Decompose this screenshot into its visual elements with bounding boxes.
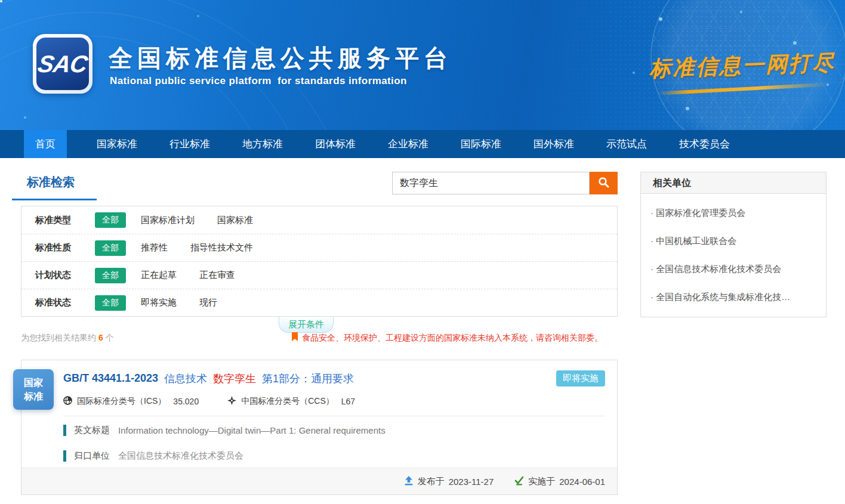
standard-title-part2[interactable]: 第1部分：通用要求 (262, 372, 354, 386)
related-unit-link[interactable]: 中国机械工业联合会 (641, 227, 826, 255)
card-footer: 发布于 2023-11-27 实施于 2024-06-01 (21, 468, 617, 494)
main-nav: 首页 国家标准 行业标准 地方标准 团体标准 企业标准 国际标准 国外标准 示范… (0, 130, 845, 158)
dept-label: 归口单位 (74, 450, 110, 462)
filter-box: 标准类型 全部 国家标准计划 国家标准 标准性质 全部 推荐性 指导性技术文件 … (21, 206, 618, 317)
filter-all-button[interactable]: 全部 (95, 295, 126, 311)
ccs-value: L67 (341, 397, 355, 406)
divider (63, 416, 605, 416)
filter-option[interactable]: 现行 (199, 297, 217, 308)
filter-option[interactable]: 指导性技术文件 (190, 242, 253, 253)
nav-item-enterprise-standards[interactable]: 企业标准 (374, 130, 443, 158)
implement-date-group: 实施于 2024-06-01 (514, 476, 605, 487)
related-unit-link[interactable]: 全国信息技术标准化技术委员会 (641, 255, 826, 283)
standard-code-link[interactable]: GB/T 43441.1-2023 (63, 372, 158, 385)
compass-icon (227, 396, 241, 407)
filter-option[interactable]: 即将实施 (141, 297, 177, 308)
ccs-label: 中国标准分类号（CCS） (241, 396, 334, 407)
nav-item-technical-committee[interactable]: 技术委员会 (665, 130, 744, 158)
globe-icon (63, 396, 77, 407)
english-title-row: 英文标题 Information technology—Digital twin… (63, 425, 605, 436)
badge-line2: 标准 (13, 389, 54, 403)
ics-group: 国际标准分类号（ICS） 35.020 (63, 396, 199, 407)
bookmark-icon (291, 332, 302, 344)
search-input[interactable] (392, 172, 590, 194)
nav-item-industry-standards[interactable]: 行业标准 (155, 130, 224, 158)
filter-option[interactable]: 正在起草 (141, 270, 177, 281)
results-count-prefix: 为您找到相关结果约 (21, 333, 96, 342)
standard-title-highlight[interactable]: 数字孪生 (213, 372, 256, 386)
related-units-list: 国家标准化管理委员会 中国机械工业联合会 全国信息技术标准化技术委员会 全国自动… (641, 194, 826, 311)
related-unit-link[interactable]: 全国自动化系统与集成标准化技… (641, 283, 826, 311)
filter-option[interactable]: 国家标准 (217, 215, 253, 226)
national-standard-badge[interactable]: 国家 标准 (13, 369, 54, 410)
nav-item-group-standards[interactable]: 团体标准 (301, 130, 370, 158)
standard-title-part1[interactable]: 信息技术 (164, 372, 207, 386)
english-title-value: Information technology—Digital twin—Part… (118, 425, 386, 435)
filter-row-standard-nature: 标准性质 全部 推荐性 指导性技术文件 (21, 234, 617, 261)
notice-text: 食品安全、环境保护、工程建设方面的国家标准未纳入本系统，请咨询相关部委。 (302, 333, 603, 344)
glow-dots-decoration (0, 0, 2, 2)
implement-date: 2024-06-01 (559, 477, 605, 487)
english-title-label: 英文标题 (74, 425, 110, 436)
publish-label: 发布于 (418, 476, 445, 487)
sac-logo-text: SAC (36, 51, 89, 78)
related-unit-link[interactable]: 国家标准化管理委员会 (641, 199, 826, 227)
classification-row: 国际标准分类号（ICS） 35.020 中国标准分类号（CCS） L67 (63, 396, 605, 407)
nav-item-local-standards[interactable]: 地方标准 (228, 130, 297, 158)
magnifier-icon (598, 177, 610, 190)
related-units-title: 相关单位 (641, 172, 826, 194)
results-count-number: 6 (98, 333, 103, 342)
expand-conditions-button[interactable]: 展开条件 (279, 317, 334, 333)
nav-item-international-standards[interactable]: 国际标准 (446, 130, 516, 158)
nav-item-foreign-standards[interactable]: 国外标准 (519, 130, 588, 158)
teal-bar (63, 425, 66, 436)
results-count-text: 为您找到相关结果约6个 (21, 333, 114, 344)
check-icon (514, 476, 528, 487)
ics-value: 35.020 (173, 397, 199, 406)
upload-icon (404, 476, 418, 487)
dept-row: 归口单位 全国信息技术标准化技术委员会 (63, 450, 605, 462)
status-badge: 即将实施 (556, 370, 605, 386)
filter-all-button[interactable]: 全部 (95, 240, 126, 256)
site-title: 全国标准信息公共服务平台 (109, 42, 452, 75)
nav-item-pilot[interactable]: 示范试点 (592, 130, 661, 158)
publish-date: 2023-11-27 (449, 477, 494, 487)
page: SAC 全国标准信息公共服务平台 National public service… (0, 0, 845, 504)
nav-item-home[interactable]: 首页 (24, 130, 67, 158)
result-card: 国家 标准 GB/T 43441.1-2023 信息技术 数字孪生 第1部分：通… (21, 360, 618, 495)
implement-label: 实施于 (528, 476, 555, 487)
publish-date-group: 发布于 2023-11-27 (404, 476, 494, 487)
filter-label: 标准类型 (35, 215, 95, 226)
results-count-suffix: 个 (106, 333, 114, 342)
filter-row-plan-status: 计划状态 全部 正在起草 正在审查 (21, 261, 617, 289)
nav-item-national-standards[interactable]: 国家标准 (82, 130, 152, 158)
sac-logo-inner: SAC (36, 38, 89, 90)
sac-logo[interactable]: SAC (33, 34, 92, 94)
result-title-row: GB/T 43441.1-2023 信息技术 数字孪生 第1部分：通用要求 即将… (63, 370, 605, 386)
section-title-standard-search: 标准检索 (12, 169, 97, 200)
teal-bar (63, 450, 66, 462)
header-banner: SAC 全国标准信息公共服务平台 National public service… (0, 0, 845, 130)
badge-line1: 国家 (13, 376, 54, 389)
dept-value[interactable]: 全国信息技术标准化技术委员会 (118, 450, 243, 462)
ics-label: 国际标准分类号（ICS） (77, 396, 166, 407)
filter-label: 计划状态 (35, 270, 95, 281)
filter-label: 标准性质 (35, 242, 95, 253)
related-units-panel: 相关单位 国家标准化管理委员会 中国机械工业联合会 全国信息技术标准化技术委员会… (640, 172, 827, 317)
filter-all-button[interactable]: 全部 (95, 212, 126, 228)
filter-row-standard-status: 标准状态 全部 即将实施 现行 (21, 289, 617, 316)
ccs-group: 中国标准分类号（CCS） L67 (227, 396, 355, 407)
search-button[interactable] (590, 172, 618, 194)
filter-option[interactable]: 国家标准计划 (141, 215, 195, 226)
filter-option[interactable]: 正在审查 (199, 270, 235, 281)
filter-all-button[interactable]: 全部 (95, 268, 126, 283)
site-subtitle: National public service platform for sta… (110, 75, 407, 87)
filter-label: 标准状态 (35, 297, 95, 308)
filter-row-standard-type: 标准类型 全部 国家标准计划 国家标准 (21, 206, 617, 234)
results-info-row: 为您找到相关结果约6个 食品安全、环境保护、工程建设方面的国家标准未纳入本系统，… (21, 332, 603, 344)
system-notice: 食品安全、环境保护、工程建设方面的国家标准未纳入本系统，请咨询相关部委。 (291, 332, 603, 344)
filter-option[interactable]: 推荐性 (141, 242, 168, 253)
